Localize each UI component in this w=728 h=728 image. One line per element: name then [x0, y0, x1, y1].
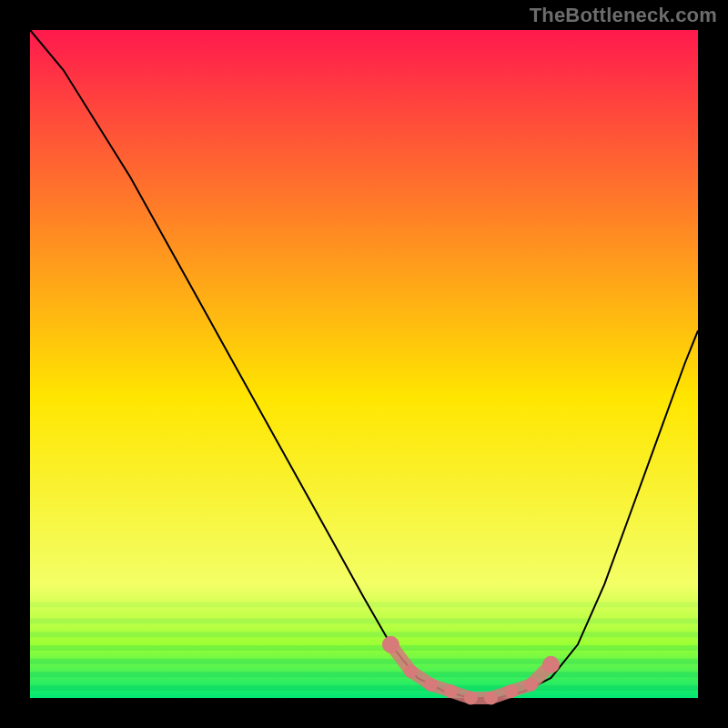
optimal-marker	[485, 692, 498, 704]
watermark-label: TheBottleneck.com	[530, 4, 717, 27]
optimal-marker	[543, 656, 560, 672]
optimal-marker	[444, 685, 457, 698]
chart-frame: TheBottleneck.com	[0, 0, 728, 728]
optimal-marker	[525, 678, 538, 691]
optimal-marker	[404, 665, 417, 678]
optimal-marker	[505, 685, 518, 698]
optimal-marker	[424, 678, 437, 691]
optimal-marker	[382, 636, 399, 652]
bottleneck-chart	[0, 0, 728, 728]
optimal-marker	[464, 692, 477, 704]
